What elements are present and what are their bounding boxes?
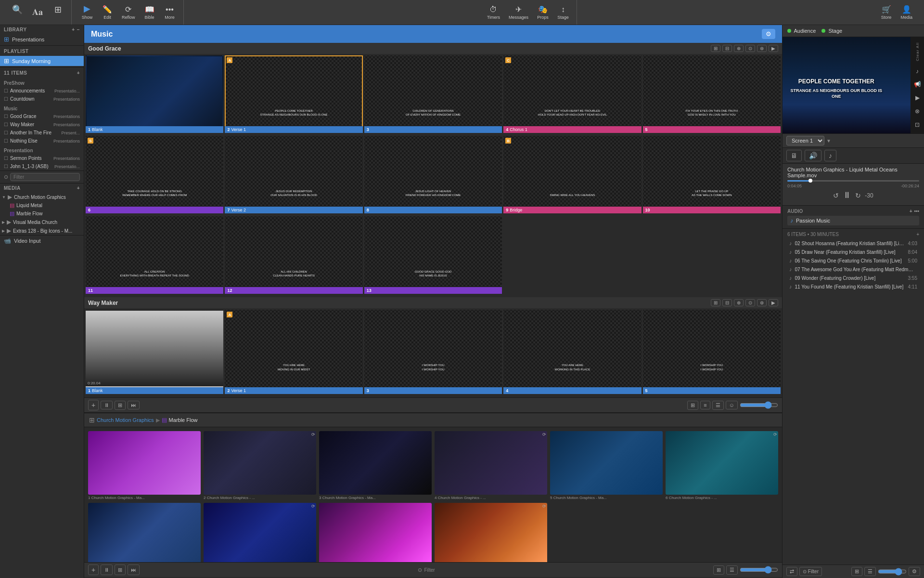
john-item[interactable]: ☐ John 1_1-3 (ASB) Presentatio...	[0, 162, 84, 171]
set-list-item-2[interactable]: ♪ 05 Draw Near (Featuring Kristian Stanf…	[787, 248, 919, 256]
edit-button[interactable]: ✏️ Edit	[98, 3, 117, 22]
wm-ctrl-6[interactable]: ▶	[769, 299, 778, 306]
extras-item[interactable]: ▶ ▶ Extras 128 - Big Icons - M...	[0, 226, 84, 235]
wm-ctrl-3[interactable]: ⊕	[734, 299, 744, 306]
out-audio-btn[interactable]: 🔊	[805, 150, 821, 161]
theme-button[interactable]: ⊞ More	[48, 2, 67, 23]
emoji-btn[interactable]: ☺	[726, 401, 738, 409]
video-input-item[interactable]: 📹 Video Input	[0, 235, 84, 246]
wm-ctrl-1[interactable]: ⊞	[711, 299, 720, 306]
stage-button[interactable]: ↕ Stage	[553, 3, 573, 22]
filter-input[interactable]	[10, 173, 80, 181]
media-pause-btn[interactable]: ⏸	[101, 565, 113, 575]
media-item-7[interactable]: 7 Church Motion Graphics - Ma...	[88, 503, 201, 562]
another-in-the-fire-item[interactable]: ☐ Another In The Fire Present...	[0, 129, 84, 137]
set-filter-btn[interactable]: ⊙ Filter	[799, 567, 822, 576]
set-list-item-6[interactable]: ♪ 11 You Found Me (Featuring Kristian St…	[787, 282, 919, 291]
way-maker-sidebar-item[interactable]: ☐ Way Maker Presentations	[0, 120, 84, 129]
good-grace-sidebar-item[interactable]: ☐ Good Grace Presentations	[0, 112, 84, 120]
visual-media-church-item[interactable]: ▶ ▶ Visual Media Church	[0, 218, 84, 226]
out-screen-btn[interactable]: 🖥	[786, 150, 802, 161]
wm-ctrl-4[interactable]: ⊙	[745, 299, 755, 306]
add-song-btn[interactable]: +	[88, 400, 99, 410]
clear-extra-icon[interactable]: ⊡	[915, 121, 920, 128]
library-collapse-btn[interactable]: −	[77, 27, 80, 32]
wm-slide-4[interactable]: YOU ARE HEREWORKING IN THIS PLACE 4	[503, 310, 641, 394]
np-skip-btn[interactable]: -30	[865, 192, 873, 199]
media-item-10[interactable]: ⟳ 10 Church Motion Graphics - ...	[435, 503, 547, 562]
text-button[interactable]: 𝐀𝐚	[28, 5, 47, 19]
set-list-item-1[interactable]: ♪ 02 Shout Hosanna (Featuring Kristian S…	[787, 239, 919, 248]
library-add-btn[interactable]: +	[72, 27, 75, 32]
countdown-item[interactable]: ☐ Countdown Presentations	[0, 95, 84, 103]
zoom-slider[interactable]	[740, 401, 778, 409]
audio-more-btn[interactable]: •••	[914, 209, 919, 214]
media-item-4[interactable]: ⟳ 4 Church Motion Graphics - ...	[435, 431, 547, 500]
gg-ctrl-3[interactable]: ⊕	[734, 45, 744, 52]
media-item-8[interactable]: ⟳ 8 Church Motion Graphics - ...	[204, 503, 316, 562]
media-item-3[interactable]: 3 Church Motion Graphics - Ma...	[319, 431, 432, 500]
out-music-btn[interactable]: ♪	[824, 150, 836, 161]
church-motion-graphics-item[interactable]: ▼ ▶ Church Motion Graphics	[0, 193, 84, 201]
set-list-view-btn[interactable]: ☰	[864, 567, 876, 576]
media-item-2[interactable]: ⟳ 2 Church Motion Graphics - ...	[204, 431, 316, 500]
media-zoom-slider[interactable]	[740, 566, 778, 574]
next-btn[interactable]: ⏭	[128, 401, 140, 409]
bible-button[interactable]: 📖 Bible	[140, 3, 159, 22]
set-list-item-3[interactable]: ♪ 06 The Saving One (Featuring Chris Tom…	[787, 256, 919, 265]
music-settings-btn[interactable]: ⚙	[762, 29, 775, 39]
nothing-else-item[interactable]: ☐ Nothing Else Presentations	[0, 137, 84, 145]
clear-video-icon[interactable]: ▶	[915, 94, 920, 101]
set-list-add-btn[interactable]: +	[916, 232, 919, 237]
clear-all-icon[interactable]: ⊗	[915, 108, 920, 115]
media-item-9[interactable]: 9 Church Motion Graphics - Ma...	[319, 503, 432, 562]
marble-flow-item[interactable]: ▤ Marble Flow	[0, 210, 84, 218]
media-item-1[interactable]: 1 Church Motion Graphics - Ma...	[88, 431, 201, 500]
np-fwd-btn[interactable]: ↻	[855, 192, 861, 199]
gg-slide-12[interactable]: ALL HIS CHILDRENCLEAN HANDS PURE HEARTS …	[225, 216, 362, 294]
gg-ctrl-6[interactable]: ▶	[769, 45, 778, 52]
media-add-btn[interactable]: +	[88, 565, 99, 575]
clear-music-icon[interactable]: ♪	[916, 68, 919, 75]
gg-slide-5[interactable]: FIX YOUR EYES ON THIS ONE TRUTHGOD IS MA…	[643, 55, 781, 133]
audio-add-btn[interactable]: +	[910, 209, 912, 214]
wm-slide-3[interactable]: I WORSHIP YOUI WORSHIP YOU 3	[364, 310, 502, 394]
wm-slide-5[interactable]: I WORSHIP YOUI WORSHIP YOU 5	[643, 310, 781, 394]
media-item-6[interactable]: ⟳ 6 Church Motion Graphics - ...	[666, 431, 778, 500]
gg-slide-10[interactable]: LET THE PRAISE GO UPAS THE WALLS COME DO…	[643, 136, 781, 213]
gg-slide-2[interactable]: A PEOPLE COME TOGETHERSTRANGE AS NEIGHBO…	[225, 55, 362, 133]
media-view-grid-btn[interactable]: ⊞	[713, 565, 724, 575]
list-view-btn[interactable]: ☰	[712, 401, 724, 410]
sunday-morning-item[interactable]: ⊞ Sunday Morning	[0, 56, 84, 66]
clear-msg-icon[interactable]: 📢	[914, 81, 921, 88]
now-playing-progress[interactable]	[787, 180, 919, 182]
set-list-item-5[interactable]: ♪ 09 Wonder (Featuring Crowder) [Live] 3…	[787, 274, 919, 282]
audio-item-passion[interactable]: ♪ Passion Music	[787, 216, 919, 225]
items-add-btn[interactable]: +	[77, 70, 80, 76]
np-pause-btn[interactable]: ⏸	[843, 190, 851, 200]
wm-slide-1[interactable]: 0:20.04 1 Blank	[86, 310, 223, 394]
store-button[interactable]: 🛒 Store	[877, 3, 896, 22]
show-button[interactable]: ▶ Show	[77, 1, 97, 22]
gg-slide-11[interactable]: ALL CREATIONEVERYTHING WITH BREATH REPEA…	[86, 216, 223, 294]
sermon-points-item[interactable]: ☐ Sermon Points Presentations	[0, 154, 84, 162]
media-add-btn[interactable]: +	[77, 185, 80, 191]
gg-slide-6[interactable]: S TAKE COURAGE HOLD ON BE STRONGREMEMBER…	[86, 136, 223, 213]
gg-ctrl-1[interactable]: ⊞	[711, 45, 720, 52]
media-grid-btn[interactable]: ⊞	[115, 565, 126, 575]
gg-slide-7[interactable]: JESUS OUR REDEMPTIONOUR SALVATION IS IN …	[225, 136, 362, 213]
gg-ctrl-4[interactable]: ⊙	[745, 45, 755, 52]
liquid-metal-item[interactable]: ▤ Liquid Metal	[0, 201, 84, 210]
breadcrumb-cmg[interactable]: Church Motion Graphics	[97, 417, 154, 423]
grid-view-2-btn[interactable]: ⊞	[687, 401, 698, 410]
gg-slide-3[interactable]: CHILDREN OF GENERATIONSOF EVERY NATION O…	[364, 55, 502, 133]
set-zoom-slider[interactable]	[878, 567, 907, 576]
wm-slide-2[interactable]: A YOU ARE HEREMOVING IN OUR MIDST 2 Vers…	[225, 310, 362, 394]
gg-slide-1[interactable]: 0:30.00 1 Blank	[86, 55, 223, 133]
announcements-item[interactable]: ☐ Announcements Presentatio...	[0, 87, 84, 95]
gg-slide-13[interactable]: GOOD GRACE GOOD GODHIS NAME IS JESUS 13	[364, 216, 502, 294]
media-output-button[interactable]: 👤 Media	[897, 3, 917, 22]
grid-view-btn[interactable]: ⊞	[115, 401, 126, 410]
gg-ctrl-5[interactable]: ⊛	[757, 45, 767, 52]
text-view-btn[interactable]: ≡	[700, 401, 710, 409]
